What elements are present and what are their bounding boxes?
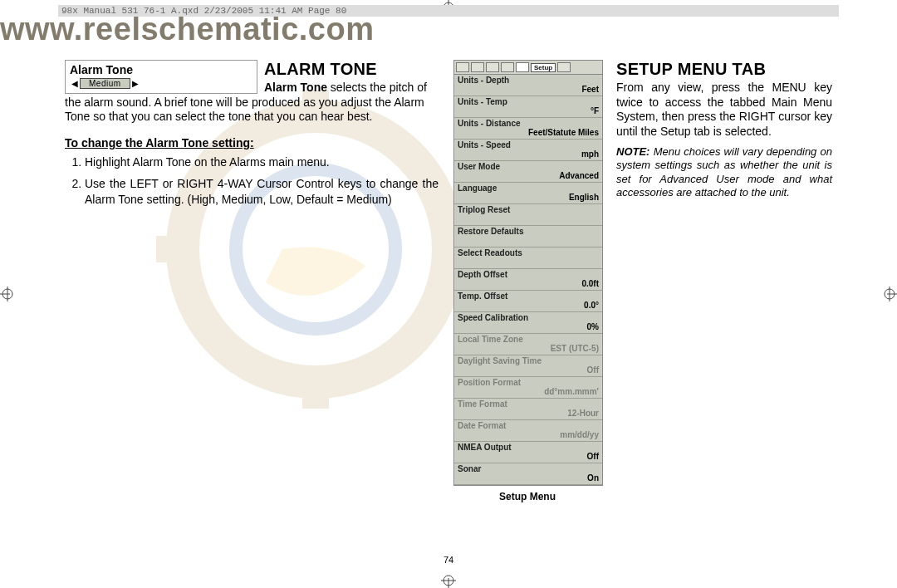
device-row-value: Feet [581,85,599,94]
crop-mark-left [0,282,13,306]
device-row-value: °F [591,106,599,115]
device-row-value: 0.0ft [581,279,599,288]
tab-icon [557,62,571,72]
device-row: Units - Speedmph [454,140,602,161]
device-row-value: mm/dd/yy [560,430,599,439]
device-row: Position Formatdd°mm.mmm' [454,377,602,399]
device-row: Units - DistanceFeet/Statute Miles [454,118,602,140]
watermark-url: www.reelschematic.com [0,12,375,47]
setup-note: NOTE: Menu choices will vary depending o… [616,145,832,199]
device-row: Temp. Offset0.0° [454,291,602,312]
device-row-value: 0.0° [584,301,599,310]
device-row-value: English [569,193,599,202]
device-row-label: Speed Calibration [458,314,599,323]
device-row: Speed Calibration0% [454,312,602,334]
column-setup-menu-tab: SETUP MENU TAB From any view, press the … [616,60,832,546]
device-row: Local Time ZoneEST (UTC-5) [454,334,602,355]
device-row-value: mph [581,149,599,159]
note-label: NOTE: [616,145,649,158]
tab-icon [471,62,484,72]
device-row-value: On [587,473,599,483]
device-row: Select Readouts [454,247,602,269]
subhead-change-setting: To change the Alarm Tone setting: [65,136,439,149]
device-row-label: Units - Temp [458,98,599,107]
intro-bold: Alarm Tone [264,81,327,94]
device-row: User ModeAdvanced [454,161,602,183]
crop-mark-bottom [436,575,461,588]
tab-icon [486,62,499,72]
inset-title: Alarm Tone [70,63,252,76]
device-row-value: 12-Hour [567,409,599,418]
steps-list: Highlight Alarm Tone on the Alarms main … [65,154,439,215]
page-number: 74 [444,555,453,565]
device-row: Triplog Reset [454,204,602,226]
device-row-label: NMEA Output [458,443,599,453]
column-device: Setup Units - DepthFeetUnits - Temp°FUni… [453,60,601,546]
device-row-label: Daylight Saving Time [458,357,599,366]
device-tabbar: Setup [454,61,602,75]
device-row-label: Sonar [458,465,599,474]
device-row: LanguageEnglish [454,183,602,204]
step-1: Highlight Alarm Tone on the Alarms main … [85,154,439,170]
device-screenshot: Setup Units - DepthFeetUnits - Temp°FUni… [453,60,603,486]
device-row: Units - DepthFeet [454,75,602,96]
crop-mark-right [884,282,897,306]
device-row-value: 0% [587,322,599,331]
device-row-label: Triplog Reset [458,206,599,215]
alarm-tone-selector: ◀ Medium ▶ [70,78,140,89]
chevron-left-icon: ◀ [71,79,78,88]
device-row: Restore Defaults [454,226,602,247]
device-row: Date Formatmm/dd/yy [454,420,602,442]
device-row-label: Units - Speed [458,141,599,150]
device-row-label: Depth Offset [458,271,599,280]
device-row: NMEA OutputOff [454,442,602,463]
device-row-value: Off [587,452,599,461]
heading-setup-menu-tab: SETUP MENU TAB [616,60,832,79]
device-row: Depth Offset0.0ft [454,269,602,291]
device-row: Daylight Saving TimeOff [454,355,602,377]
device-row-label: Restore Defaults [458,228,599,237]
device-row-value: Off [587,365,599,375]
device-row-value: Advanced [559,171,599,180]
alarm-tone-value: Medium [80,78,130,89]
alarm-tone-inset: Alarm Tone ◀ Medium ▶ [65,60,257,94]
device-row: SonarOn [454,463,602,485]
step-2: Use the LEFT or RIGHT 4-WAY Cursor Contr… [85,176,439,208]
device-row-value: Feet/Statute Miles [528,128,599,137]
device-row-value: EST (UTC-5) [551,344,599,353]
device-row-label: Select Readouts [458,249,599,258]
column-alarm-tone: Alarm Tone ◀ Medium ▶ ALARM TONE Alarm T… [65,60,439,546]
tab-icon [516,62,529,72]
tab-icon [456,62,469,72]
device-row: Units - Temp°F [454,96,602,118]
tab-setup-label: Setup [531,63,556,72]
setup-body-text: From any view, press the MENU key twice … [616,81,832,139]
device-row-label: Units - Depth [458,76,599,86]
device-row: Time Format12-Hour [454,399,602,420]
device-row-label: Temp. Offset [458,292,599,301]
chevron-right-icon: ▶ [132,79,139,88]
device-caption: Setup Menu [453,491,601,502]
device-row-value: dd°mm.mmm' [544,387,599,396]
tab-icon [501,62,514,72]
